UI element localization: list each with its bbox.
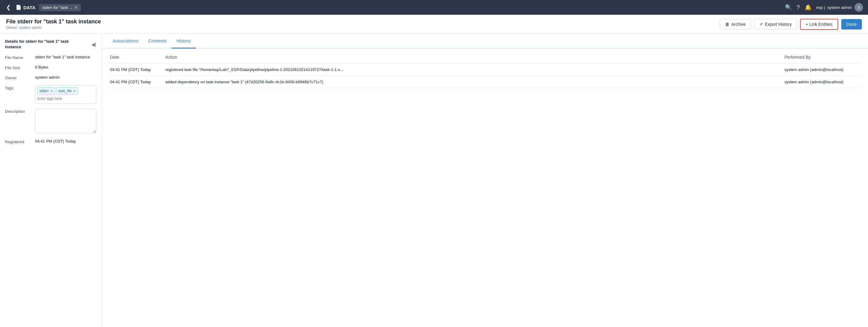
field-label-filesize: File Size — [5, 65, 33, 70]
field-row-registered: Registered 04:41 PM (CDT) Today — [5, 139, 96, 144]
tag-stderr-label: stderr — [39, 89, 49, 93]
tab-contents[interactable]: Contents — [143, 34, 172, 48]
tab-associations[interactable]: Associations — [107, 34, 143, 48]
history-table-container: Date Action Performed By 04:41 PM (CDT) … — [101, 48, 868, 327]
field-value-filesize: 0 Bytes — [35, 65, 96, 70]
field-value-owner: system admin — [35, 75, 96, 80]
field-label-filename: File Name — [5, 55, 33, 60]
tags-container[interactable]: stderr ✕ task_file ✕ — [35, 85, 96, 104]
field-value-tags[interactable]: stderr ✕ task_file ✕ — [35, 85, 96, 104]
done-label: Done — [846, 22, 857, 27]
top-nav: ❮ 📄 DATA stderr for "task ... ✕ 🔍 ? 🔔 es… — [0, 0, 868, 15]
notify-button[interactable]: 🔔 — [805, 4, 811, 11]
field-row-filesize: File Size 0 Bytes — [5, 65, 96, 70]
export-icon: ↗ — [759, 22, 763, 27]
tab-history[interactable]: History — [172, 34, 196, 48]
field-row-owner: Owner system admin — [5, 75, 96, 80]
search-button[interactable]: 🔍 — [785, 4, 792, 11]
description-textarea[interactable] — [35, 108, 96, 133]
nav-icons: 🔍 ? 🔔 esp | system admin S — [785, 3, 863, 12]
user-sep: esp | — [816, 5, 825, 10]
export-history-button[interactable]: ↗ Export History — [754, 19, 797, 30]
col-header-action: Action — [163, 51, 782, 64]
history-table: Date Action Performed By 04:41 PM (CDT) … — [107, 51, 862, 88]
tab-title: stderr for "task ... — [42, 5, 72, 10]
tag-taskfile: task_file ✕ — [56, 87, 78, 95]
tag-stderr: stderr ✕ — [37, 87, 55, 95]
right-panel: Associations Contents History Date Actio… — [101, 34, 868, 327]
back-button[interactable]: ❮ — [5, 3, 12, 12]
table-row: 04:41 PM (CDT) Today registered task fil… — [107, 64, 862, 76]
done-button[interactable]: Done — [841, 19, 862, 30]
field-label-description: Description — [5, 108, 33, 134]
main-layout: Details for stderr for "task 1" task ins… — [0, 34, 868, 327]
header-actions: 🗑 Archive ↗ Export History + Link Entiti… — [720, 19, 862, 30]
cell-performed-0: system admin (admin@localhost) — [782, 64, 862, 76]
archive-icon: 🗑 — [725, 22, 730, 27]
link-entities-label: + Link Entities — [806, 22, 833, 27]
help-button[interactable]: ? — [797, 4, 800, 11]
app-label: 📄 DATA — [16, 5, 35, 10]
cell-date-0: 04:41 PM (CDT) Today — [107, 64, 163, 76]
field-label-registered: Registered — [5, 139, 33, 144]
avatar: S — [855, 3, 863, 12]
cell-action-1: added dependency on task instance "task … — [163, 76, 782, 88]
active-tab[interactable]: stderr for "task ... ✕ — [39, 4, 81, 11]
export-history-label: Export History — [765, 22, 792, 27]
cell-performed-1: system admin (admin@localhost) — [782, 76, 862, 88]
left-panel: Details for stderr for "task 1" task ins… — [0, 34, 101, 327]
tab-close-icon[interactable]: ✕ — [74, 5, 78, 10]
archive-button[interactable]: 🗑 Archive — [720, 19, 751, 30]
field-row-tags: Tags stderr ✕ task_file ✕ — [5, 85, 96, 104]
tags-input[interactable] — [37, 96, 94, 101]
col-header-date: Date — [107, 51, 163, 64]
table-header-row: Date Action Performed By — [107, 51, 862, 64]
field-row-filename: File Name stderr for "task 1" task insta… — [5, 55, 96, 60]
panel-title: Details for stderr for "task 1" task ins… — [5, 39, 68, 50]
tag-stderr-remove[interactable]: ✕ — [50, 89, 53, 93]
tag-taskfile-remove[interactable]: ✕ — [73, 89, 76, 93]
page-title: File stderr for "task 1" task instance — [6, 19, 720, 25]
field-value-filename: stderr for "task 1" task instance — [35, 55, 96, 60]
tabs: Associations Contents History — [101, 34, 868, 48]
panel-header: Details for stderr for "task 1" task ins… — [5, 39, 96, 50]
title-block: File stderr for "task 1" task instance O… — [6, 19, 720, 30]
page-owner: Owner: system admin — [6, 26, 720, 30]
user-name: system admin — [828, 5, 852, 10]
page-header: File stderr for "task 1" task instance O… — [0, 15, 868, 34]
collapse-button[interactable]: ◀| — [91, 41, 96, 47]
app-name: DATA — [23, 5, 35, 10]
link-entities-button[interactable]: + Link Entities — [800, 19, 838, 30]
field-value-registered: 04:41 PM (CDT) Today — [35, 139, 96, 144]
col-header-performed: Performed By — [782, 51, 862, 64]
user-label: esp | system admin S — [816, 3, 863, 12]
field-label-tags: Tags — [5, 85, 33, 104]
data-icon: 📄 — [16, 5, 22, 10]
field-row-description: Description — [5, 108, 96, 134]
table-row: 04:41 PM (CDT) Today added dependency on… — [107, 76, 862, 88]
cell-action-0: registered task file "/home/esp/Lab7_ESP… — [163, 64, 782, 76]
tag-taskfile-label: task_file — [58, 89, 72, 93]
field-label-owner: Owner — [5, 75, 33, 80]
archive-label: Archive — [731, 22, 746, 27]
cell-date-1: 04:41 PM (CDT) Today — [107, 76, 163, 88]
field-value-description[interactable] — [35, 108, 96, 134]
